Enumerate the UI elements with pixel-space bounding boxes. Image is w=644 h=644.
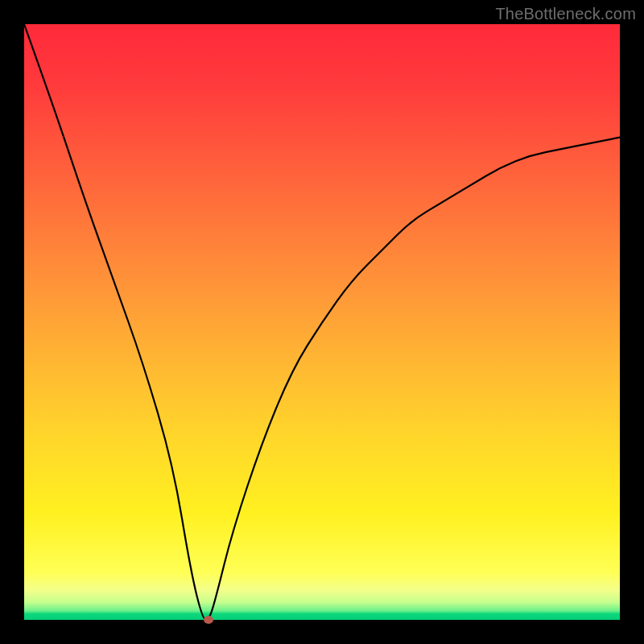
plot-area — [24, 24, 620, 620]
chart-frame: TheBottleneck.com — [0, 0, 644, 644]
curve-path — [24, 24, 620, 620]
bottleneck-curve — [24, 24, 620, 620]
optimum-marker — [204, 616, 213, 624]
watermark-text: TheBottleneck.com — [495, 5, 636, 23]
